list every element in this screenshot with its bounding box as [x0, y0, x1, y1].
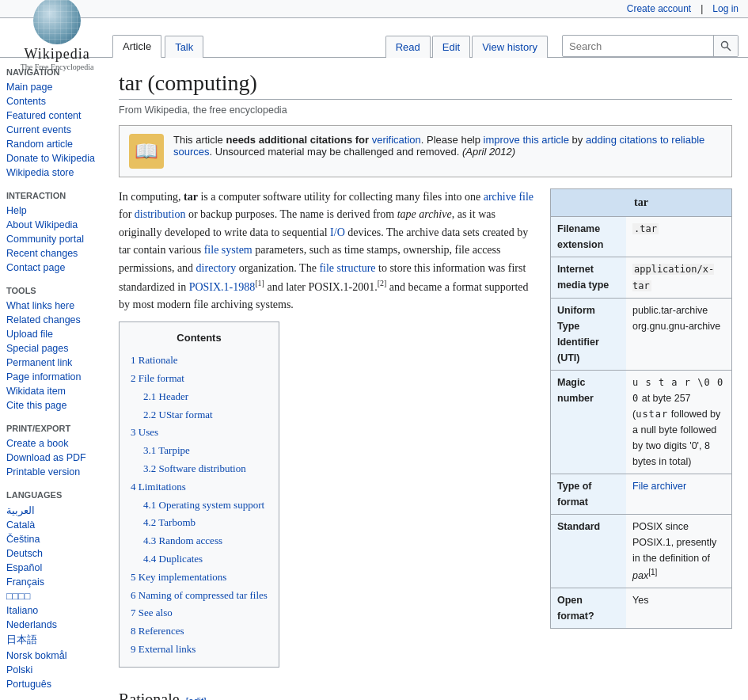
sidebar-item-about[interactable]: About Wikipedia	[6, 218, 97, 232]
toc-link-4[interactable]: 4 Limitations	[131, 481, 186, 493]
nav-tabs: Article Talk Read Edit View history	[104, 18, 739, 57]
infobox-label-magic: Magic number	[551, 371, 626, 474]
languages-heading: Languages	[6, 490, 97, 500]
sidebar-item-whatlinks[interactable]: What links here	[6, 299, 97, 313]
sidebar-item-featured[interactable]: Featured content	[6, 108, 97, 123]
toc-item-4: 4 Limitations	[131, 478, 268, 496]
toc-link-2[interactable]: 2 File format	[131, 372, 184, 384]
toc-link-7[interactable]: 7 See also	[131, 607, 173, 618]
sidebar-item-contents[interactable]: Contents	[6, 94, 97, 108]
sidebar-item-current-events[interactable]: Current events	[6, 123, 97, 137]
sidebar-item-cite[interactable]: Cite this page	[6, 398, 97, 413]
file-structure-link[interactable]: file structure	[319, 262, 375, 274]
notice-verification-link[interactable]: verification	[372, 134, 421, 146]
toc-link-2-2[interactable]: 2.2 UStar format	[143, 409, 213, 420]
sidebar-item-lang-es[interactable]: Español	[6, 561, 97, 575]
svg-line-1	[727, 48, 731, 51]
filesystem-link[interactable]: file system	[204, 244, 252, 256]
file-archiver-link[interactable]: File archiver	[632, 481, 686, 492]
sidebar-item-lang-it[interactable]: Italiano	[6, 603, 97, 618]
sidebar-item-main-page[interactable]: Main page	[6, 80, 97, 94]
sidebar-item-special[interactable]: Special pages	[6, 341, 97, 356]
rationale-edit-link[interactable]: [edit]	[186, 694, 207, 700]
infobox-value-open: Yes	[626, 588, 655, 628]
toc-item-4-3: 4.3 Random access	[131, 532, 268, 550]
tab-edit[interactable]: Edit	[432, 36, 470, 58]
toc-link-3-2[interactable]: 3.2 Software distribution	[143, 462, 246, 474]
notice-text: This article needs additional citations …	[173, 134, 722, 158]
sidebar-item-permalink[interactable]: Permanent link	[6, 356, 97, 370]
sidebar-item-lang-ar[interactable]: العربية	[6, 503, 97, 518]
toc-link-1[interactable]: 1 Rationale	[131, 354, 178, 366]
sidebar-item-contact[interactable]: Contact page	[6, 261, 97, 275]
logo-globe	[33, 0, 81, 44]
infobox-row-media: Internet media type application/x-tar	[551, 257, 731, 297]
sidebar-item-page-info[interactable]: Page information	[6, 370, 97, 384]
infobox: tar Filename extension .tar Internet med…	[550, 188, 732, 629]
sidebar-item-create-book[interactable]: Create a book	[6, 436, 97, 451]
distribution-link[interactable]: distribution	[135, 208, 186, 220]
search-input[interactable]	[563, 40, 713, 52]
languages-section: Languages العربية Català Čeština Deutsch…	[6, 490, 97, 691]
sidebar-item-lang-nb[interactable]: Norsk bokmål	[6, 649, 97, 663]
toc-link-8[interactable]: 8 References	[131, 625, 184, 637]
sidebar-item-recent[interactable]: Recent changes	[6, 246, 97, 261]
posix-link[interactable]: POSIX.1-1988	[189, 281, 256, 293]
toc-link-4-4[interactable]: 4.4 Duplicates	[143, 553, 203, 565]
sidebar-item-store[interactable]: Wikipedia store	[6, 165, 97, 180]
create-account-link[interactable]: Create account	[627, 3, 691, 14]
sidebar-item-random-article[interactable]: Random article	[6, 137, 97, 151]
toc-link-5[interactable]: 5 Key implementations	[131, 571, 226, 583]
tab-view-history[interactable]: View history	[472, 36, 548, 58]
sidebar-item-lang-nl[interactable]: Nederlands	[6, 618, 97, 632]
io-link[interactable]: I/O	[330, 226, 345, 238]
infobox-label-media: Internet media type	[551, 257, 626, 297]
sidebar-item-lang-pl[interactable]: Polski	[6, 663, 97, 677]
directory-link[interactable]: directory	[196, 262, 237, 274]
sidebar-item-community[interactable]: Community portal	[6, 232, 97, 246]
toc-link-6[interactable]: 6 Naming of compressed tar files	[131, 589, 268, 601]
sidebar-item-wikidata[interactable]: Wikidata item	[6, 384, 97, 398]
infobox-label-standard: Standard	[551, 515, 626, 588]
sidebar-item-download-pdf[interactable]: Download as PDF	[6, 451, 97, 465]
sidebar-item-help[interactable]: Help	[6, 204, 97, 218]
sidebar-item-lang-ca[interactable]: Català	[6, 518, 97, 532]
toc-link-3-1[interactable]: 3.1 Tarpipe	[143, 444, 190, 456]
tab-article[interactable]: Article	[112, 35, 161, 58]
tools-heading: Tools	[6, 286, 97, 295]
nav-heading: Navigation	[6, 67, 97, 77]
archive-file-link[interactable]: archive file	[484, 191, 533, 203]
notice-icon: 📖	[129, 134, 164, 169]
search-button[interactable]	[713, 36, 738, 56]
svg-point-0	[722, 42, 728, 48]
notice-improve-link[interactable]: improve this article	[484, 134, 569, 146]
toc-link-2-1[interactable]: 2.1 Header	[143, 390, 188, 402]
sidebar-item-donate[interactable]: Donate to Wikipedia	[6, 151, 97, 165]
toc-item-4-4: 4.4 Duplicates	[131, 550, 268, 569]
toc-link-4-1[interactable]: 4.1 Operating system support	[143, 499, 264, 511]
sidebar-item-lang-cs[interactable]: Čeština	[6, 532, 97, 546]
toc-link-4-3[interactable]: 4.3 Random access	[143, 535, 222, 546]
sidebar-item-lang-de[interactable]: Deutsch	[6, 546, 97, 561]
log-in-link[interactable]: Log in	[712, 3, 739, 14]
tab-read[interactable]: Read	[385, 36, 431, 58]
sidebar-item-related-changes[interactable]: Related changes	[6, 313, 97, 327]
toc-link-3[interactable]: 3 Uses	[131, 426, 158, 438]
rationale-heading: Rationale [edit]	[119, 687, 732, 700]
sidebar-item-upload[interactable]: Upload file	[6, 327, 97, 341]
sidebar-item-lang-ja[interactable]: 日本語	[6, 632, 97, 649]
toc-item-7: 7 See also	[131, 604, 268, 622]
infobox-label-filename: Filename extension	[551, 217, 626, 257]
sidebar-item-lang-fr[interactable]: Français	[6, 575, 97, 589]
toc-link-4-2[interactable]: 4.2 Tarbomb	[143, 516, 196, 528]
tab-talk[interactable]: Talk	[165, 36, 203, 58]
sidebar-item-lang-pt[interactable]: Português	[6, 677, 97, 691]
nav-section: Navigation Main page Contents Featured c…	[6, 67, 97, 180]
sidebar-item-lang-sq[interactable]: □□□□	[6, 589, 97, 603]
toc-link-9[interactable]: 9 External links	[131, 643, 196, 655]
infobox-value-type: File archiver	[626, 474, 693, 514]
toc-item-8: 8 References	[131, 622, 268, 641]
article-body: tar Filename extension .tar Internet med…	[119, 188, 732, 700]
sidebar-item-printable[interactable]: Printable version	[6, 465, 97, 479]
toc-item-2: 2 File format	[131, 370, 268, 388]
